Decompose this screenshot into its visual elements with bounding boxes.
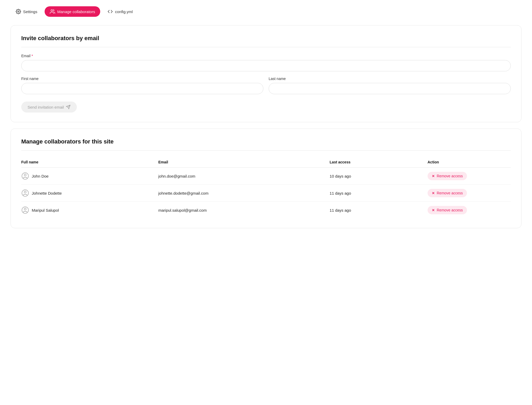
svg-point-7 xyxy=(24,191,26,193)
collaborator-fullname: Maripul Salupol xyxy=(32,208,59,212)
collaborator-fullname: John Doe xyxy=(32,174,49,178)
send-icon xyxy=(66,105,71,109)
invite-card-title: Invite collaborators by email xyxy=(21,35,511,42)
table-header: Full name Email Last access Action xyxy=(21,157,511,168)
x-icon: ✕ xyxy=(432,191,435,195)
col-header-action: Action xyxy=(428,157,511,168)
table-row: Maripul Salupol maripul.salupol@gmail.co… xyxy=(21,202,511,219)
table-row: John Doe john.doe@gmail.com 10 days ago … xyxy=(21,168,511,185)
first-name-col: First name xyxy=(21,77,263,99)
remove-access-label: Remove access xyxy=(437,191,463,195)
invite-collaborators-card: Invite collaborators by email Email * Fi… xyxy=(10,25,522,122)
config-yml-nav-item[interactable]: config.yml xyxy=(102,6,138,17)
cell-email-0: john.doe@gmail.com xyxy=(158,168,329,185)
collaborators-table: Full name Email Last access Action John … xyxy=(21,157,511,219)
collaborator-email: john.doe@gmail.com xyxy=(158,174,195,178)
email-label: Email * xyxy=(21,54,511,58)
user-avatar-icon xyxy=(21,206,29,214)
required-star: * xyxy=(31,54,33,58)
table-row: Johnette Dodette johnette.dodette@gmail.… xyxy=(21,185,511,202)
remove-access-button[interactable]: ✕ Remove access xyxy=(428,206,467,214)
collaborator-email: maripul.salupol@gmail.com xyxy=(158,208,206,212)
collaborator-email: johnette.dodette@gmail.com xyxy=(158,191,208,195)
last-name-input[interactable] xyxy=(269,83,511,94)
last-name-form-group: Last name xyxy=(269,77,511,94)
table-header-row: Full name Email Last access Action xyxy=(21,157,511,168)
gear-icon xyxy=(16,9,21,14)
first-name-form-group: First name xyxy=(21,77,263,94)
email-input[interactable] xyxy=(21,60,511,71)
settings-nav-item[interactable]: Settings xyxy=(10,6,42,17)
col-header-fullname: Full name xyxy=(21,157,158,168)
manage-collaborators-card: Manage collaborators for this site Full … xyxy=(10,129,522,228)
send-invitation-button[interactable]: Send invitation email xyxy=(21,102,77,113)
cell-lastaccess-1: 11 days ago xyxy=(330,185,428,202)
cell-action-0: ✕ Remove access xyxy=(428,168,511,185)
user-avatar-icon xyxy=(21,172,29,180)
config-yml-nav-label: config.yml xyxy=(115,9,133,14)
cell-email-2: maripul.salupol@gmail.com xyxy=(158,202,329,219)
collaborator-fullname: Johnette Dodette xyxy=(32,191,62,195)
col-header-lastaccess: Last access xyxy=(330,157,428,168)
cell-action-2: ✕ Remove access xyxy=(428,202,511,219)
remove-access-label: Remove access xyxy=(437,174,463,178)
top-navigation: Settings Manage collaborators config.yml xyxy=(10,6,522,17)
svg-point-9 xyxy=(24,208,26,210)
last-name-col: Last name xyxy=(269,77,511,99)
settings-nav-label: Settings xyxy=(23,9,37,14)
collaborator-last-access: 11 days ago xyxy=(330,208,351,212)
remove-access-label: Remove access xyxy=(437,208,463,212)
code-icon xyxy=(108,9,113,14)
cell-action-1: ✕ Remove access xyxy=(428,185,511,202)
remove-access-button[interactable]: ✕ Remove access xyxy=(428,189,467,197)
name-form-row: First name Last name xyxy=(21,77,511,99)
collaborators-icon xyxy=(50,9,55,14)
collaborator-last-access: 11 days ago xyxy=(330,191,351,195)
cell-lastaccess-0: 10 days ago xyxy=(330,168,428,185)
first-name-label: First name xyxy=(21,77,263,81)
cell-fullname-2: Maripul Salupol xyxy=(21,202,158,219)
svg-point-5 xyxy=(24,174,26,176)
cell-email-1: johnette.dodette@gmail.com xyxy=(158,185,329,202)
first-name-input[interactable] xyxy=(21,83,263,94)
invite-card-divider xyxy=(21,47,511,47)
user-avatar-icon xyxy=(21,189,29,197)
send-invitation-label: Send invitation email xyxy=(28,105,64,109)
manage-card-divider xyxy=(21,150,511,151)
remove-access-button[interactable]: ✕ Remove access xyxy=(428,172,467,180)
svg-point-0 xyxy=(18,11,19,12)
cell-fullname-1: Johnette Dodette xyxy=(21,185,158,202)
col-header-email: Email xyxy=(158,157,329,168)
manage-collaborators-nav-item[interactable]: Manage collaborators xyxy=(45,6,100,17)
collaborator-last-access: 10 days ago xyxy=(330,174,351,178)
email-form-group: Email * xyxy=(21,54,511,71)
cell-lastaccess-2: 11 days ago xyxy=(330,202,428,219)
manage-collaborators-nav-label: Manage collaborators xyxy=(57,9,95,14)
x-icon: ✕ xyxy=(432,208,435,212)
manage-card-title: Manage collaborators for this site xyxy=(21,138,511,145)
table-body: John Doe john.doe@gmail.com 10 days ago … xyxy=(21,168,511,219)
x-icon: ✕ xyxy=(432,174,435,178)
svg-point-1 xyxy=(51,10,53,12)
last-name-label: Last name xyxy=(269,77,511,81)
cell-fullname-0: John Doe xyxy=(21,168,158,185)
